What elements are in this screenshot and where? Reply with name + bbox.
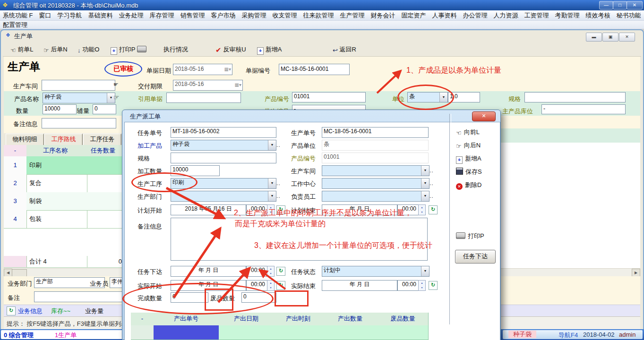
product-browse-button[interactable]: .. xyxy=(276,142,281,148)
table-cell[interactable] xyxy=(84,210,122,229)
prod-no-field[interactable]: MC-18-05-16-0001 xyxy=(322,127,429,138)
dropdown-icon[interactable]: ▼ xyxy=(421,191,429,201)
dispatch-date[interactable]: 年 月 日 xyxy=(171,266,246,277)
menu-item[interactable]: 基础资料 xyxy=(88,11,113,20)
tab-process-route[interactable]: 工序路线 xyxy=(44,134,83,146)
dept-dropdown[interactable]: ▼ xyxy=(171,191,276,202)
prev-doc-button[interactable]: ☜ 前单L xyxy=(10,45,34,54)
app-restore-button[interactable]: □ xyxy=(613,1,627,9)
app-close-button[interactable]: ✕ xyxy=(627,1,643,9)
tab-material-detail[interactable]: 物料明细 xyxy=(6,134,44,146)
note-field[interactable] xyxy=(34,291,125,302)
status-dropdown[interactable]: 计划中▼ xyxy=(322,266,429,277)
nav-print-button[interactable]: 打印P xyxy=(456,232,484,240)
function-button[interactable]: ↓ 功能O xyxy=(77,45,99,54)
taskbar-nav[interactable]: 导航F4 xyxy=(558,331,578,340)
aux-qty-field[interactable]: 0 xyxy=(93,104,116,114)
time-spinner[interactable]: ▲▼ xyxy=(418,204,426,215)
spinner-up-icon[interactable]: ▲ xyxy=(419,205,425,210)
spinner-down-icon[interactable]: ▼ xyxy=(419,285,425,290)
out-row-index[interactable] xyxy=(131,325,154,340)
workshop-dropdown[interactable]: ▼ xyxy=(322,165,429,176)
menu-item[interactable]: 客户市场 xyxy=(211,11,236,20)
taskbar-group[interactable]: 0 综合管理 xyxy=(4,331,34,340)
menu-item[interactable]: 考勤管理 xyxy=(555,11,580,20)
out-cell[interactable] xyxy=(274,325,323,340)
spinner-down-icon[interactable]: ▼ xyxy=(419,210,425,214)
menu-item[interactable]: 业务处理 xyxy=(119,11,144,20)
dropdown-icon[interactable]: ▼ xyxy=(268,191,276,201)
nav-add-button[interactable]: +新增A xyxy=(456,154,481,164)
task-no-field[interactable]: MT-18-05-16-0002 xyxy=(171,127,276,138)
main-loc-field[interactable]: - xyxy=(541,104,626,114)
menu-item[interactable]: 工资管理 xyxy=(524,11,549,20)
spinner-down-icon[interactable]: ▼ xyxy=(267,271,274,276)
time-spinner[interactable]: ▲▼ xyxy=(267,266,275,277)
table-row[interactable]: 包装 xyxy=(26,210,87,229)
window-close-button[interactable]: ✕ xyxy=(619,33,635,42)
tab-process-task[interactable]: 工序任务 xyxy=(83,134,121,146)
menu-item[interactable]: 固定资产 xyxy=(402,11,426,20)
table-cell[interactable] xyxy=(84,192,122,211)
menu-item[interactable]: 绩效考核 xyxy=(586,11,610,20)
table-row[interactable]: 印刷 xyxy=(26,156,87,175)
nav-save-button[interactable]: 保存S xyxy=(456,168,482,176)
menu-item[interactable]: 收支管理 xyxy=(273,11,297,20)
dropdown-icon[interactable]: ▼ xyxy=(421,178,429,188)
window-minimize-button[interactable]: ▬ xyxy=(586,33,602,42)
out-cell[interactable] xyxy=(219,325,274,340)
menu-item[interactable]: 办公管理 xyxy=(463,11,488,20)
nav-delete-button[interactable]: ✕删除D xyxy=(456,181,481,190)
app-minimize-button[interactable]: — xyxy=(599,1,613,9)
menu-item[interactable]: 财务会计 xyxy=(371,11,395,20)
ref-doc-field[interactable] xyxy=(166,93,241,103)
qty-field[interactable]: 10000 xyxy=(43,104,77,114)
menu-item[interactable]: 采购管理 xyxy=(242,11,266,20)
workshop-field[interactable] xyxy=(42,80,115,91)
doc-date-field[interactable]: 2018-05-16▦▾ xyxy=(173,64,232,75)
spec-field[interactable] xyxy=(524,92,626,102)
execution-status-button[interactable]: 执行情况 xyxy=(163,45,188,54)
taskbar-doc[interactable]: 1生产单 xyxy=(55,331,77,340)
table-row[interactable]: 复合 xyxy=(26,174,87,193)
doc-no-field[interactable]: MC-18-05-16-0001 xyxy=(279,64,350,75)
spinner-down-icon[interactable]: ▼ xyxy=(267,285,274,290)
dropdown-icon[interactable]: ▼ xyxy=(421,166,429,176)
product-dropdown[interactable]: 种子袋▼ xyxy=(171,140,276,151)
workcenter-dropdown[interactable]: ▼ xyxy=(322,178,429,189)
add-new-button[interactable]: + 新增A xyxy=(257,45,282,54)
window-restore-button[interactable]: ▣ xyxy=(602,33,618,42)
menu-item[interactable]: 学习导航 xyxy=(58,11,82,20)
menu-item[interactable]: 人力资源 xyxy=(494,11,518,20)
out-cell[interactable] xyxy=(323,325,378,340)
out-cell[interactable] xyxy=(378,325,429,340)
menu-item[interactable]: 销售管理 xyxy=(180,11,205,20)
nav-prev-button[interactable]: ☜向前L xyxy=(456,128,480,136)
spec-field[interactable] xyxy=(171,153,276,163)
refresh-icon[interactable]: ↻ xyxy=(429,281,438,290)
print-button[interactable]: + 打印P xyxy=(111,45,146,54)
menu-item[interactable]: 窗口 xyxy=(39,11,52,20)
workshop-browse-button[interactable]: .. xyxy=(429,167,434,174)
menu-item[interactable]: 生产管理 xyxy=(340,11,365,20)
dropdown-icon[interactable]: ▼ xyxy=(421,266,429,276)
product-no-field[interactable]: 01001 xyxy=(292,92,366,102)
hand-right-icon[interactable]: ☞ xyxy=(113,94,120,101)
dept-browse-button[interactable]: .. xyxy=(276,193,281,199)
biz-info-link[interactable]: 业务信息 xyxy=(18,307,43,315)
table-row[interactable]: 制袋 xyxy=(26,192,87,211)
menu-item[interactable]: 往来款管理 xyxy=(303,11,334,20)
dialog-close-button[interactable]: ✕ xyxy=(472,111,496,121)
next-doc-button[interactable]: ☞ 后单N xyxy=(43,45,68,54)
spinner-up-icon[interactable]: ▲ xyxy=(267,266,274,271)
dropdown-icon[interactable]: ▼ xyxy=(268,178,276,188)
menu-item[interactable]: 人事资料 xyxy=(432,11,457,20)
menu-item[interactable]: 库存管理 xyxy=(150,11,174,20)
actual-end-time[interactable]: 00:00 xyxy=(397,280,421,291)
out-selected-cell[interactable] xyxy=(154,325,219,340)
remark-field[interactable] xyxy=(42,118,116,128)
refresh-icon[interactable]: ↻ xyxy=(429,205,438,214)
dispatch-task-button[interactable]: 任务下达 xyxy=(455,250,496,264)
deadline-field[interactable]: 2018-05-16▦▾ xyxy=(173,80,243,91)
refresh-icon[interactable]: ↻ xyxy=(276,281,285,290)
